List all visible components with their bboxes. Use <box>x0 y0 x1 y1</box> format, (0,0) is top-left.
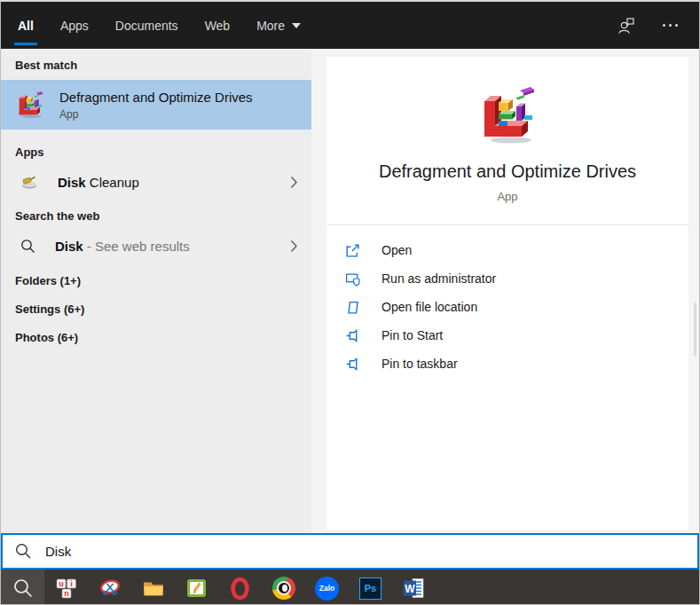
snipping-tool-icon <box>98 577 122 600</box>
opera-icon <box>228 577 252 601</box>
tab-web[interactable]: Web <box>205 2 231 49</box>
group-settings[interactable]: Settings (6+) <box>1 295 311 323</box>
pin-taskbar-icon <box>345 357 360 372</box>
tab-documents[interactable]: Documents <box>115 2 178 49</box>
disk-cleanup-icon <box>20 173 38 191</box>
svg-text:W: W <box>405 583 415 595</box>
result-rest: - See web results <box>83 239 190 254</box>
chevron-right-icon <box>290 240 298 253</box>
action-list: Open Run as administrator Open fi <box>326 225 688 378</box>
results-area: Best match <box>1 50 699 533</box>
taskbar-unikey-button[interactable]: u i n <box>44 570 88 605</box>
group-photos[interactable]: Photos (6+) <box>1 323 311 351</box>
taskbar-chrome-button[interactable] <box>262 570 305 605</box>
result-rest: Cleanup <box>86 175 139 190</box>
chevron-down-icon <box>292 23 301 28</box>
taskbar-search-box <box>1 533 699 570</box>
search-icon <box>20 239 35 254</box>
group-folders[interactable]: Folders (1+) <box>1 266 311 295</box>
best-match-type: App <box>59 108 253 121</box>
tab-more[interactable]: More <box>256 2 301 49</box>
action-pin-to-start[interactable]: Pin to Start <box>326 321 688 350</box>
preview-title: Defragment and Optimize Drives <box>379 161 636 182</box>
run-admin-icon <box>345 271 360 287</box>
notepad-plus-plus-icon <box>185 577 208 600</box>
result-disk-cleanup[interactable]: Disk Cleanup <box>1 167 311 197</box>
unikey-icon: u i n <box>55 577 78 600</box>
query-text: Disk <box>55 239 83 254</box>
best-match-header: Best match <box>1 50 311 80</box>
word-icon: W <box>403 577 426 600</box>
open-icon <box>345 243 360 258</box>
taskbar-zalo-button[interactable]: Zalo <box>305 570 349 605</box>
action-pin-to-taskbar[interactable]: Pin to taskbar <box>326 350 688 378</box>
photoshop-icon: Ps <box>359 578 381 600</box>
search-input[interactable] <box>43 543 685 560</box>
windows-search-flyout: All Apps Documents Web More Best match <box>0 0 700 605</box>
web-section-header: Search the web <box>1 197 311 231</box>
tab-all[interactable]: All <box>18 2 34 49</box>
header-actions <box>617 2 680 49</box>
file-location-icon <box>345 300 360 315</box>
tab-apps[interactable]: Apps <box>60 2 89 49</box>
pin-start-icon <box>345 328 360 343</box>
chrome-icon <box>272 577 295 600</box>
svg-text:n: n <box>64 589 69 598</box>
result-web-search[interactable]: Disk - See web results <box>1 231 311 261</box>
taskbar-snipping-tool-button[interactable] <box>88 570 131 605</box>
search-icon <box>15 543 32 560</box>
search-filter-header: All Apps Documents Web More <box>1 2 699 49</box>
taskbar-search-button[interactable] <box>1 570 44 605</box>
defrag-app-icon <box>15 90 45 120</box>
more-options-icon[interactable] <box>661 19 680 32</box>
best-match-result[interactable]: Defragment and Optimize Drives App <box>1 80 311 130</box>
file-explorer-icon <box>142 577 165 600</box>
apps-section-header: Apps <box>1 130 311 167</box>
results-panel: Best match <box>1 50 311 533</box>
taskbar: u i n <box>1 570 699 605</box>
user-feedback-icon[interactable] <box>617 16 636 35</box>
preview-panel: Defragment and Optimize Drives App Open <box>326 57 688 530</box>
defrag-app-icon-large <box>476 83 539 147</box>
action-open[interactable]: Open <box>326 236 688 264</box>
svg-text:u: u <box>59 579 64 588</box>
taskbar-file-explorer-button[interactable] <box>131 570 175 605</box>
chevron-right-icon <box>290 176 298 189</box>
taskbar-notepad-plus-plus-button[interactable] <box>175 570 218 605</box>
action-run-as-admin[interactable]: Run as administrator <box>326 264 688 293</box>
query-text: Disk <box>58 175 86 190</box>
preview-type: App <box>497 190 517 203</box>
result-groups: Folders (1+) Settings (6+) Photos (6+) <box>1 266 311 351</box>
taskbar-word-button[interactable]: W <box>392 570 436 605</box>
best-match-title: Defragment and Optimize Drives <box>59 90 253 105</box>
taskbar-opera-button[interactable] <box>218 570 262 605</box>
taskbar-photoshop-button[interactable]: Ps <box>349 570 392 605</box>
filter-tabs: All Apps Documents Web More <box>18 2 301 49</box>
scrollbar-thumb[interactable] <box>694 302 696 356</box>
search-icon <box>12 578 34 599</box>
zalo-icon: Zalo <box>315 577 339 601</box>
svg-text:i: i <box>70 579 73 588</box>
action-open-file-location[interactable]: Open file location <box>326 293 688 321</box>
